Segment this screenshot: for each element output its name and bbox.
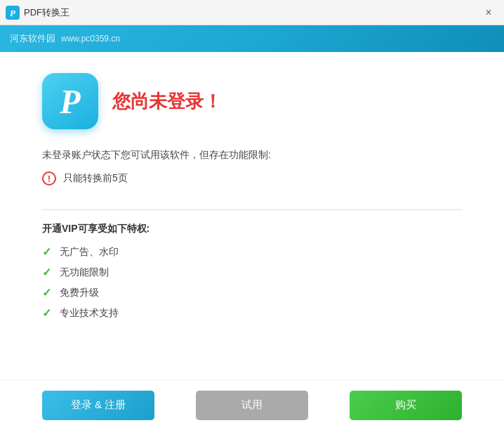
title-bar-app-icon: P <box>6 6 20 20</box>
vip-section: 开通VIP可享受如下特权: ✓ 无广告、水印 ✓ 无功能限制 ✓ 免费升级 ✓ … <box>42 223 462 320</box>
vip-features: ✓ 无广告、水印 ✓ 无功能限制 ✓ 免费升级 ✓ 专业技术支持 <box>42 245 462 320</box>
feature-text-4: 专业技术支持 <box>60 307 119 320</box>
buy-button[interactable]: 购买 <box>350 391 462 420</box>
watermark-site-name: 河东软件园 <box>10 32 55 45</box>
warning-item: ! 只能转换前5页 <box>42 171 462 185</box>
watermark-url: www.pc0359.cn <box>61 34 120 44</box>
info-section: 未登录账户状态下您可试用该软件，但存在功能限制: ! 只能转换前5页 <box>42 149 462 185</box>
feature-item-1: ✓ 无广告、水印 <box>42 245 462 259</box>
vip-title: 开通VIP可享受如下特权: <box>42 223 462 235</box>
title-bar-title: PDF转换王 <box>24 6 69 19</box>
feature-item-2: ✓ 无功能限制 <box>42 266 462 279</box>
warning-icon: ! <box>42 171 56 185</box>
login-register-button[interactable]: 登录 & 注册 <box>42 391 154 420</box>
feature-text-3: 免费升级 <box>60 287 99 299</box>
watermark-banner: 河东软件园 www.pc0359.cn <box>0 25 504 52</box>
divider <box>42 209 462 210</box>
trial-button[interactable]: 试用 <box>196 391 308 420</box>
warning-text: 只能转换前5页 <box>63 172 128 185</box>
bottom-buttons: 登录 & 注册 试用 购买 <box>0 379 504 430</box>
warning-exclamation: ! <box>48 174 51 184</box>
app-icon-container: P <box>42 73 98 129</box>
title-bar-left: P PDF转换王 <box>6 6 69 20</box>
feature-item-3: ✓ 免费升级 <box>42 286 462 299</box>
feature-text-2: 无功能限制 <box>60 266 109 279</box>
info-text: 未登录账户状态下您可试用该软件，但存在功能限制: <box>42 149 462 162</box>
check-icon-3: ✓ <box>42 286 51 299</box>
main-content: P 您尚未登录！ 未登录账户状态下您可试用该软件，但存在功能限制: ! 只能转换… <box>0 52 504 334</box>
feature-text-1: 无广告、水印 <box>60 246 119 259</box>
header-section: P 您尚未登录！ <box>42 73 462 129</box>
app-icon-letter: P <box>60 82 80 121</box>
check-icon-4: ✓ <box>42 306 51 320</box>
title-bar: P PDF转换王 × <box>0 0 504 25</box>
check-icon-1: ✓ <box>42 245 51 259</box>
svg-text:P: P <box>10 8 16 18</box>
check-icon-2: ✓ <box>42 266 51 279</box>
close-button[interactable]: × <box>479 3 498 22</box>
feature-item-4: ✓ 专业技术支持 <box>42 306 462 320</box>
not-logged-title: 您尚未登录！ <box>112 89 222 114</box>
